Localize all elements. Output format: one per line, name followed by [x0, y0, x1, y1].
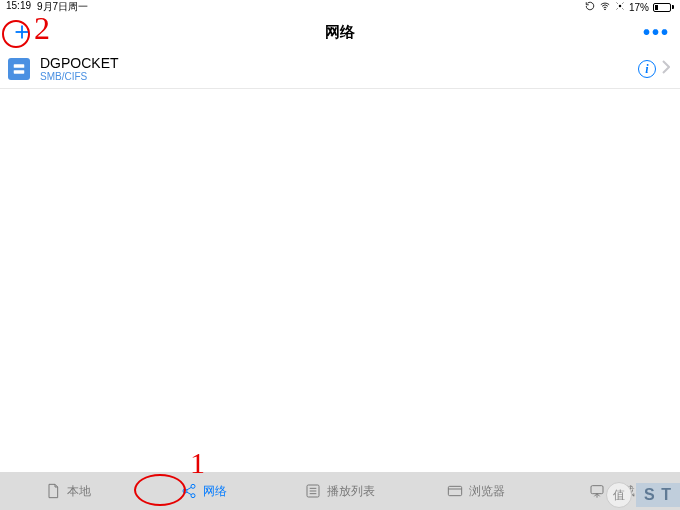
orientation-lock-icon: [585, 1, 595, 13]
page-title: 网络: [325, 23, 355, 42]
tab-label: 本地: [67, 483, 91, 500]
tab-label: 播放列表: [327, 483, 375, 500]
status-time: 15:19: [6, 0, 31, 14]
svg-point-0: [605, 9, 606, 10]
download-icon: [589, 483, 605, 499]
battery-icon: [653, 3, 674, 12]
battery-pct: 17%: [629, 2, 649, 13]
server-list: DGPOCKET SMB/CIFS i: [0, 50, 680, 89]
svg-point-6: [191, 484, 195, 488]
watermark-badge: 值: [606, 482, 632, 508]
tab-local[interactable]: 本地: [0, 483, 136, 500]
status-bar: 15:19 9月7日周一 17%: [0, 0, 680, 14]
svg-rect-5: [14, 70, 25, 74]
share-icon: [181, 483, 197, 499]
add-button[interactable]: [8, 18, 36, 46]
svg-rect-15: [448, 486, 461, 495]
browser-icon: [447, 483, 463, 499]
tab-label: 浏览器: [469, 483, 505, 500]
cellular-icon: [615, 1, 625, 13]
svg-line-9: [187, 487, 192, 490]
server-protocol: SMB/CIFS: [40, 71, 638, 82]
tab-bar: 本地 网络 播放列表 浏览器 下载: [0, 472, 680, 510]
svg-point-7: [183, 489, 187, 493]
server-icon: [8, 58, 30, 80]
svg-point-8: [191, 494, 195, 498]
info-icon[interactable]: i: [638, 60, 656, 78]
server-name: DGPOCKET: [40, 56, 638, 71]
tab-browser[interactable]: 浏览器: [408, 483, 544, 500]
chevron-right-icon: [662, 60, 670, 78]
svg-line-10: [187, 492, 192, 495]
tab-network[interactable]: 网络: [136, 483, 272, 500]
list-icon: [305, 483, 321, 499]
watermark: 值 S T: [606, 482, 680, 508]
status-date: 9月7日周一: [37, 0, 88, 14]
svg-point-1: [619, 5, 622, 8]
watermark-text: S T: [636, 483, 680, 507]
server-row[interactable]: DGPOCKET SMB/CIFS i: [0, 50, 680, 89]
tab-playlist[interactable]: 播放列表: [272, 483, 408, 500]
svg-rect-17: [591, 486, 603, 494]
wifi-icon: [599, 1, 611, 13]
navigation-bar: 网络 •••: [0, 14, 680, 50]
document-icon: [45, 483, 61, 499]
tab-label: 网络: [203, 483, 227, 500]
more-button[interactable]: •••: [643, 21, 670, 44]
svg-rect-4: [14, 65, 25, 69]
